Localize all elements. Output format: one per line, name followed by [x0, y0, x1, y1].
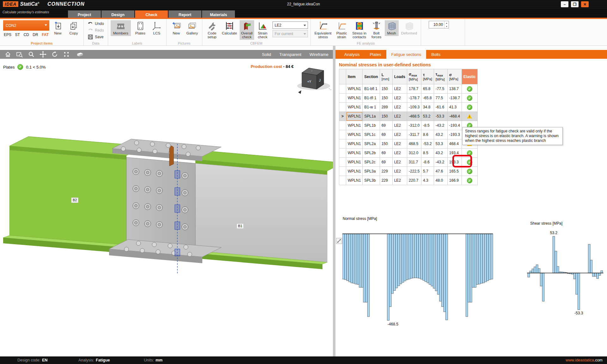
mode-cd[interactable]: CD	[23, 33, 29, 37]
beam-label-b2: B2	[71, 197, 78, 203]
group-label-data: Data	[84, 41, 108, 45]
for-current-select[interactable]: For current	[273, 30, 308, 37]
table-row-b1-w-1[interactable]: WPLN1B1-w 1289LE2-109.334.8-61.641.3✓	[339, 103, 478, 112]
plates-icon	[136, 21, 145, 31]
wrench-icon	[207, 21, 217, 31]
document-title: 22_fatigue.ideaCon	[0, 2, 607, 6]
scale-value: 10.00	[429, 21, 444, 28]
result-panel-tabs: Analysis Plates Fatigue sections Bolts	[335, 50, 607, 59]
vertical-splitter[interactable]	[333, 46, 335, 356]
calculate-button[interactable]: Calculate	[221, 20, 238, 36]
column-header[interactable]	[339, 69, 346, 84]
connection-selector[interactable]: CON2	[3, 20, 49, 31]
elastic-warning-tooltip: Stress ranges for fatigue check are vali…	[462, 127, 563, 145]
check-ok-icon: ✓	[467, 178, 472, 183]
column-header[interactable]: Item	[346, 69, 363, 84]
lcs-toggle-button[interactable]: LCS	[150, 20, 164, 36]
chevron-down-icon	[45, 24, 47, 26]
check-ok-icon: ✓	[467, 95, 472, 101]
mode-st[interactable]: ST	[15, 33, 20, 37]
new-project-icon	[53, 21, 63, 31]
new-picture-button[interactable]: New	[169, 20, 184, 36]
redo-icon	[88, 28, 93, 33]
load-effect-select[interactable]: LE2	[273, 21, 308, 29]
copy-button[interactable]: Copy	[66, 20, 81, 36]
gallery-icon	[187, 21, 197, 31]
minimize-button[interactable]: –	[561, 1, 568, 7]
stress-in-contacts-button[interactable]: Stress in contacts	[351, 20, 368, 40]
ribbon-group-data: Undo Redo Save Data	[84, 19, 108, 46]
column-header[interactable]: Elastic	[462, 69, 477, 84]
main-area: Solid Transparent Wireframe Plates ✓ 0.1…	[0, 46, 607, 356]
undo-button[interactable]: Undo	[86, 21, 105, 27]
members-toggle-button[interactable]: Members	[111, 20, 131, 36]
mode-dr[interactable]: DR	[33, 33, 38, 37]
close-button[interactable]: ✕	[581, 1, 589, 7]
spinner-arrows[interactable]: ▲▼	[444, 21, 449, 28]
shear-stress-chart-title: Shear stress [MPa]	[530, 221, 562, 226]
column-header[interactable]: τ[MPa]	[421, 69, 434, 84]
website-link[interactable]: www.ideastatica.com	[566, 358, 603, 362]
panel-tab-plates[interactable]: Plates	[365, 50, 386, 59]
table-row-spl1b[interactable]: WPLN1SPL1b69LE2-312.0-8.5-43.2-193.4✓	[339, 121, 478, 130]
mesh-toggle-button[interactable]: Mesh	[385, 20, 399, 36]
table-row-b1-tfl-1[interactable]: WPLN1B1-tfl 1150LE2-178.7-65.877.5-138.7…	[339, 94, 478, 103]
table-row-b1-bfl-1[interactable]: WPLN1B1-bfl 1150LE2178.765.8-77.5138.7✓	[339, 84, 478, 94]
column-header[interactable]: τmax[MPa]	[434, 69, 447, 84]
table-row-spl2a[interactable]: WPLN1SPL2a150LE2468.5-53.253.3468.4!	[339, 139, 478, 149]
column-header[interactable]: Loads	[392, 69, 407, 84]
equivalent-stress-button[interactable]: Equivalent stress	[313, 20, 333, 40]
new-project-button[interactable]: New	[51, 20, 65, 36]
abacus-icon	[225, 21, 234, 31]
ribbon: CON2 EPS ST CD DR FAT New	[0, 19, 607, 46]
mode-eps[interactable]: EPS	[4, 33, 11, 37]
table-row-spl3a[interactable]: WPLN1SPL3a229LE2-222.55.747.6165.5✓	[339, 167, 478, 176]
column-header[interactable]: σ[MPa]	[447, 69, 462, 84]
idea-statica-connection-window: IDEA StatiCa® CONNECTION 22_fatigue.idea…	[0, 0, 607, 364]
mesh-icon	[387, 21, 396, 31]
maximize-button[interactable]: ❐	[571, 1, 579, 7]
code-setup-button[interactable]: Code setup	[205, 20, 219, 40]
status-units: Units:mm	[144, 358, 162, 362]
mode-fat[interactable]: FAT	[42, 33, 49, 37]
strain-check-button[interactable]: Strain check	[255, 20, 270, 40]
overall-check-button[interactable]: Overall check	[240, 20, 254, 40]
3d-scene[interactable]: +Y J -	[0, 46, 333, 356]
equivalent-stress-icon	[318, 21, 328, 31]
bolt-forces-button[interactable]: Mesh Bolt forces	[370, 20, 383, 40]
deformed-icon	[404, 21, 414, 31]
warning-icon: !	[467, 114, 472, 119]
ribbon-tab-strip: Calculate yesterday's estimates Project …	[0, 9, 607, 19]
members-icon	[116, 21, 126, 31]
plastic-strain-icon	[337, 21, 346, 31]
column-header[interactable]: Section	[363, 69, 380, 84]
column-header[interactable]: σmax[MPa]	[407, 69, 421, 84]
panel-tab-bolts[interactable]: Bolts	[426, 50, 445, 59]
plastic-strain-button[interactable]: Plastic strain	[334, 20, 349, 40]
group-label-labels: Labels	[108, 41, 166, 45]
column-header[interactable]: L[mm]	[380, 69, 392, 84]
ribbon-group-fe-analysis: Equivalent stress Plastic strain	[311, 19, 421, 46]
svg-text:+Y: +Y	[307, 80, 311, 83]
normal-stress-chart-title: Normal stress [MPa]	[343, 216, 377, 221]
gallery-button[interactable]: Gallery	[185, 20, 199, 36]
plates-toggle-button[interactable]: Plates	[132, 20, 149, 36]
normal-stress-chart: -468.5	[342, 232, 494, 327]
nominal-stresses-table[interactable]: ItemSectionL[mm]Loadsσmax[MPa]τ[MPa]τmax…	[339, 69, 478, 185]
panel-tab-fatigue-sections[interactable]: Fatigue sections	[386, 50, 426, 59]
status-bar: Design code:EN Analysis:Fatigue Units:mm…	[0, 356, 607, 364]
group-label-fe-analysis: FE analysis	[311, 41, 421, 45]
warning-highlight-box	[452, 155, 472, 167]
table-row-spl3b[interactable]: WPLN1SPL3b229LE2220.74.348.0166.9✓	[339, 176, 478, 185]
redo-button[interactable]: Redo	[86, 27, 105, 33]
status-analysis: Analysis:Fatigue	[78, 358, 110, 362]
stress-contacts-icon	[355, 21, 364, 31]
table-row-spl1a[interactable]: >WPLN1SPL1a150LE2-468.553.2-53.3-468.4!	[339, 112, 478, 121]
deformed-scale-spinner[interactable]: 10.00 ▲▼	[429, 21, 449, 28]
new-picture-icon	[172, 21, 181, 31]
panel-tab-analysis[interactable]: Analysis	[339, 50, 365, 59]
save-button[interactable]: Save	[86, 34, 105, 40]
deformed-toggle-button[interactable]: Deformed	[400, 20, 419, 36]
table-row-spl1c[interactable]: WPLN1SPL1c69LE2-311.78.643.2-193.3✓	[339, 130, 478, 139]
pane-resize-handle[interactable]	[336, 238, 342, 244]
